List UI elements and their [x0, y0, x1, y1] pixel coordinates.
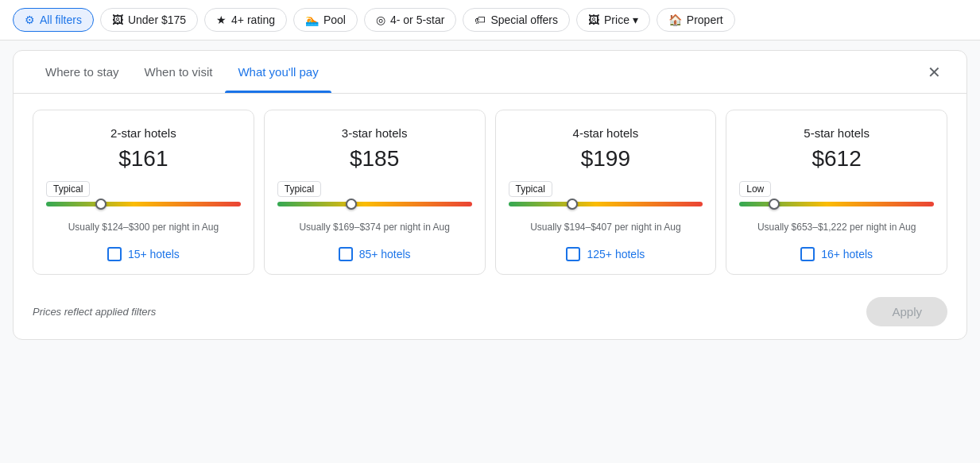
- card-price-5star: $612: [812, 146, 861, 172]
- rating-label: 4+ rating: [231, 14, 275, 26]
- hotel-cards-container: 2-star hotels $161 Typical Usually $124–…: [14, 94, 966, 291]
- property-label: Propert: [687, 14, 723, 26]
- card-range-2star: Usually $124–$300 per night in Aug: [68, 221, 219, 234]
- filter-bar: ⚙ All filters 🖼 Under $175 ★ 4+ rating 🏊…: [0, 0, 980, 41]
- tab-when-to-visit[interactable]: When to visit: [132, 51, 226, 93]
- slider-section-5star: Low: [739, 181, 934, 213]
- card-price-4star: $199: [581, 146, 630, 172]
- close-icon: ✕: [928, 64, 941, 81]
- footer-note: Prices reflect applied filters: [33, 306, 156, 318]
- slider-thumb-2star[interactable]: [95, 199, 107, 210]
- card-range-5star: Usually $653–$1,222 per night in Aug: [757, 221, 916, 234]
- 4or5star-chip[interactable]: ◎ 4- or 5-star: [364, 8, 456, 32]
- card-title-3star: 3-star hotels: [342, 126, 408, 140]
- price-label: Price ▾: [604, 14, 638, 26]
- card-title-2star: 2-star hotels: [110, 126, 176, 140]
- tab-where-to-stay[interactable]: Where to stay: [33, 51, 132, 93]
- price-badge-5star: Low: [739, 181, 771, 197]
- close-button[interactable]: ✕: [921, 56, 947, 88]
- panel-footer: Prices reflect applied filters Apply: [14, 291, 966, 326]
- slider-thumb-4star[interactable]: [567, 199, 578, 210]
- under175-label: Under $175: [128, 14, 186, 26]
- price-chip[interactable]: 🖼 Price ▾: [576, 8, 650, 32]
- all-filters-label: All filters: [40, 14, 82, 26]
- card-title-5star: 5-star hotels: [804, 126, 870, 140]
- card-checkbox-row-5star: 16+ hotels: [800, 247, 873, 261]
- star-icon: ★: [216, 14, 227, 26]
- card-checkbox-row-2star: 15+ hotels: [107, 247, 180, 261]
- slider-track-2star: [46, 202, 241, 206]
- price-badge-2star: Typical: [46, 181, 90, 197]
- price-badge-4star: Typical: [509, 181, 552, 197]
- slider-section-4star: Typical: [509, 181, 703, 213]
- card-hotels-link-5star[interactable]: 16+ hotels: [821, 248, 873, 260]
- price-badge-3star: Typical: [277, 181, 321, 197]
- card-range-4star: Usually $194–$407 per night in Aug: [530, 221, 680, 234]
- apply-button[interactable]: Apply: [866, 297, 947, 326]
- property-chip[interactable]: 🏠 Propert: [657, 8, 735, 32]
- tab-what-youll-pay[interactable]: What you'll pay: [225, 51, 331, 93]
- card-price-2star: $161: [118, 146, 168, 172]
- circle-icon: ◎: [376, 14, 385, 26]
- card-checkbox-3star[interactable]: [339, 247, 353, 261]
- slider-track-4star: [509, 202, 703, 206]
- slider-thumb-5star[interactable]: [769, 199, 780, 210]
- card-checkbox-4star[interactable]: [566, 247, 580, 261]
- card-5star: 5-star hotels $612 Low Usually $653–$1,2…: [726, 110, 947, 275]
- pool-icon: 🏊: [305, 14, 319, 26]
- slider-track-3star: [277, 202, 472, 206]
- card-hotels-link-3star[interactable]: 85+ hotels: [359, 248, 411, 260]
- 4or5star-label: 4- or 5-star: [390, 14, 444, 26]
- under175-chip[interactable]: 🖼 Under $175: [100, 8, 198, 32]
- card-checkbox-2star[interactable]: [107, 247, 122, 261]
- camera-icon-1: 🖼: [112, 14, 123, 26]
- card-range-3star: Usually $169–$374 per night in Aug: [299, 221, 449, 234]
- card-checkbox-row-4star: 125+ hotels: [566, 247, 645, 261]
- home-icon: 🏠: [668, 14, 682, 26]
- special-offers-chip[interactable]: 🏷 Special offers: [463, 8, 570, 32]
- slider-thumb-3star[interactable]: [346, 199, 357, 210]
- card-2star: 2-star hotels $161 Typical Usually $124–…: [33, 110, 254, 275]
- slider-section-2star: Typical: [46, 181, 241, 213]
- rating-chip[interactable]: ★ 4+ rating: [204, 8, 287, 32]
- card-hotels-link-2star[interactable]: 15+ hotels: [128, 248, 180, 260]
- main-panel: Where to stay When to visit What you'll …: [13, 50, 967, 340]
- card-hotels-link-4star[interactable]: 125+ hotels: [587, 248, 645, 260]
- card-price-3star: $185: [350, 146, 399, 172]
- card-3star: 3-star hotels $185 Typical Usually $169–…: [264, 110, 486, 275]
- camera-icon-2: 🖼: [588, 14, 599, 26]
- card-checkbox-row-3star: 85+ hotels: [339, 247, 411, 261]
- card-title-4star: 4-star hotels: [573, 126, 639, 140]
- tabs-container: Where to stay When to visit What you'll …: [14, 51, 966, 94]
- all-filters-chip[interactable]: ⚙ All filters: [13, 8, 94, 32]
- card-4star: 4-star hotels $199 Typical Usually $194–…: [495, 110, 717, 275]
- slider-track-5star: [739, 202, 934, 206]
- filter-sliders-icon: ⚙: [25, 14, 35, 26]
- special-offers-label: Special offers: [490, 14, 558, 26]
- card-checkbox-5star[interactable]: [800, 247, 815, 261]
- pool-chip[interactable]: 🏊 Pool: [293, 8, 358, 32]
- tag-icon: 🏷: [475, 14, 486, 26]
- pool-label: Pool: [323, 14, 346, 26]
- slider-section-3star: Typical: [277, 181, 472, 213]
